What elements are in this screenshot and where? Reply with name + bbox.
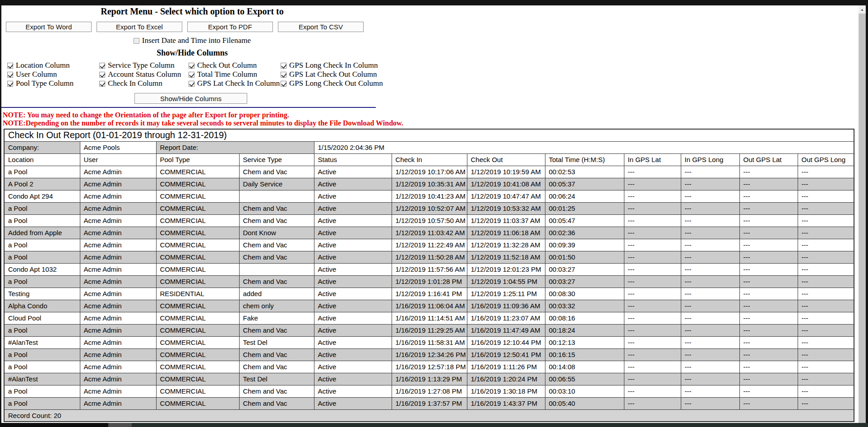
checkbox-gps-long-check-out-column[interactable]: GPS Long Check Out Column [281, 79, 383, 88]
checkbox-checked-icon[interactable] [99, 72, 105, 78]
cell-user: Acme Admin [80, 166, 156, 178]
cell-out-gps-lat: --- [739, 239, 798, 251]
export-to-csv-button[interactable]: Export To CSV [278, 22, 364, 32]
checkbox-service-type-column[interactable]: Service Type Column [99, 61, 181, 70]
checkbox-label: GPS Long Check Out Column [289, 79, 383, 88]
checkbox-checked-icon[interactable] [99, 63, 105, 69]
scrollbar-thumb[interactable] [859, 14, 866, 423]
cell-in-gps-long: --- [681, 166, 739, 178]
cell-pool-type: COMMERCIAL [156, 300, 239, 312]
cell-total-time-h-m-s: 00:09:39 [545, 239, 624, 251]
table-row: TestingAcme AdminRESIDENTIALaddedActive1… [4, 288, 854, 300]
cell-pool-type: COMMERCIAL [156, 202, 239, 214]
cell-check-in: 1/16/2019 1:37:57 PM [392, 397, 467, 409]
checkbox-check-out-column[interactable]: Check Out Column [189, 61, 280, 70]
cell-location: A Pool 2 [4, 178, 80, 190]
checkbox-location-column[interactable]: Location Column [7, 61, 74, 70]
cell-out-gps-long: --- [798, 300, 854, 312]
cell-in-gps-long: --- [681, 288, 739, 300]
checkbox-checked-icon[interactable] [99, 81, 105, 87]
cell-status: Active [314, 361, 392, 373]
checkbox-unchecked-icon[interactable] [134, 38, 139, 44]
export-to-word-button[interactable]: Export To Word [6, 22, 92, 32]
cell-service-type: Dont Know [239, 227, 314, 239]
cell-check-out: 1/16/2019 1:11:26 PM [467, 361, 545, 373]
table-row: Alpha CondoAcme AdminCOMMERCIALchem only… [4, 300, 854, 312]
checkbox-pool-type-column[interactable]: Pool Type Column [7, 79, 74, 88]
insert-datetime-checkbox[interactable]: Insert Date and Time into Filename [1, 36, 383, 45]
export-to-excel-button[interactable]: Export To Excel [97, 22, 182, 32]
show-hide-columns-button[interactable]: Show/Hide Columns [134, 93, 247, 104]
checkbox-account-status-column[interactable]: Account Status Column [99, 70, 181, 79]
report-date-label: Report Date: [156, 141, 314, 153]
checkbox-checked-icon[interactable] [7, 72, 13, 78]
column-header-check-out: Check Out [467, 153, 545, 166]
checkbox-checked-icon[interactable] [189, 81, 194, 87]
cell-user: Acme Admin [80, 300, 156, 312]
cell-user: Acme Admin [80, 397, 156, 409]
checkbox-checked-icon[interactable] [281, 81, 286, 87]
cell-check-out: 1/16/2019 1:30:18 PM [467, 385, 545, 397]
cell-in-gps-long: --- [681, 300, 739, 312]
cell-out-gps-lat: --- [739, 214, 798, 227]
cell-check-out: 1/16/2019 12:10:44 PM [467, 336, 545, 348]
cell-out-gps-long: --- [798, 166, 854, 178]
cell-total-time-h-m-s: 00:02:36 [545, 227, 624, 239]
cell-out-gps-long: --- [798, 275, 854, 288]
checkbox-checked-icon[interactable] [7, 63, 13, 69]
cell-out-gps-long: --- [798, 190, 854, 202]
cell-out-gps-long: --- [798, 373, 854, 385]
cell-user: Acme Admin [80, 385, 156, 397]
cell-location: a Pool [4, 214, 80, 227]
show-hide-heading: Show/Hide Columns [1, 48, 383, 58]
table-row: a PoolAcme AdminCOMMERCIALChem and VacAc… [4, 275, 854, 288]
cell-pool-type: COMMERCIAL [156, 239, 239, 251]
checkbox-gps-lat-check-in-column[interactable]: GPS Lat Check In Column [189, 79, 280, 88]
cell-user: Acme Admin [80, 214, 156, 227]
cell-out-gps-lat: --- [739, 336, 798, 348]
cell-total-time-h-m-s: 00:03:10 [545, 385, 624, 397]
table-row: a PoolAcme AdminCOMMERCIALChem and VacAc… [4, 348, 854, 361]
checkbox-checked-icon[interactable] [189, 72, 194, 78]
cell-check-out: 1/12/2019 1:04:55 PM [467, 275, 545, 288]
cell-status: Active [314, 178, 392, 190]
column-header-in-gps-lat: In GPS Lat [624, 153, 681, 166]
cell-total-time-h-m-s: 00:03:27 [545, 275, 624, 288]
cell-out-gps-lat: --- [739, 190, 798, 202]
checkbox-checked-icon[interactable] [281, 72, 286, 78]
checkbox-check-in-column[interactable]: Check In Column [99, 79, 181, 88]
checkbox-checked-icon[interactable] [7, 81, 13, 87]
checkbox-checked-icon[interactable] [189, 63, 194, 69]
cell-location: a Pool [4, 166, 80, 178]
cell-user: Acme Admin [80, 348, 156, 361]
table-row: #AlanTestAcme AdminCOMMERCIALTest DelAct… [4, 336, 854, 348]
checkbox-gps-long-check-in-column[interactable]: GPS Long Check In Column [281, 61, 383, 70]
cell-user: Acme Admin [80, 239, 156, 251]
cell-pool-type: RESIDENTIAL [156, 288, 239, 300]
window-right-border [866, 0, 868, 427]
vertical-scrollbar[interactable]: ▲ [859, 5, 866, 423]
export-to-pdf-button[interactable]: Export To PDF [187, 22, 273, 32]
cell-user: Acme Admin [80, 251, 156, 263]
cell-total-time-h-m-s: 00:06:55 [545, 373, 624, 385]
cell-check-in: 1/12/2019 10:35:31 AM [392, 178, 467, 190]
cell-check-out: 1/12/2019 10:19:59 AM [467, 166, 545, 178]
cell-status: Active [314, 324, 392, 336]
scroll-up-button[interactable]: ▲ [859, 5, 866, 14]
table-row: a PoolAcme AdminCOMMERCIALChem and VacAc… [4, 251, 854, 263]
table-row: A Pool 2Acme AdminCOMMERCIALDaily Servic… [4, 178, 854, 190]
cell-total-time-h-m-s: 00:18:24 [545, 324, 624, 336]
cell-status: Active [314, 251, 392, 263]
cell-in-gps-lat: --- [624, 214, 681, 227]
checkbox-total-time-column[interactable]: Total Time Column [189, 70, 280, 79]
checkbox-checked-icon[interactable] [281, 63, 286, 69]
cell-out-gps-long: --- [798, 263, 854, 275]
company-value: Acme Pools [80, 141, 156, 153]
checkbox-gps-lat-check-out-column[interactable]: GPS Lat Check Out Column [281, 70, 383, 79]
checkbox-user-column[interactable]: User Column [7, 70, 74, 79]
export-menu-title: Report Menu - Select which option to Exp… [1, 6, 383, 17]
cell-service-type: Chem and Vac [239, 214, 314, 227]
cell-location: a Pool [4, 348, 80, 361]
cell-out-gps-lat: --- [739, 227, 798, 239]
cell-out-gps-lat: --- [739, 361, 798, 373]
